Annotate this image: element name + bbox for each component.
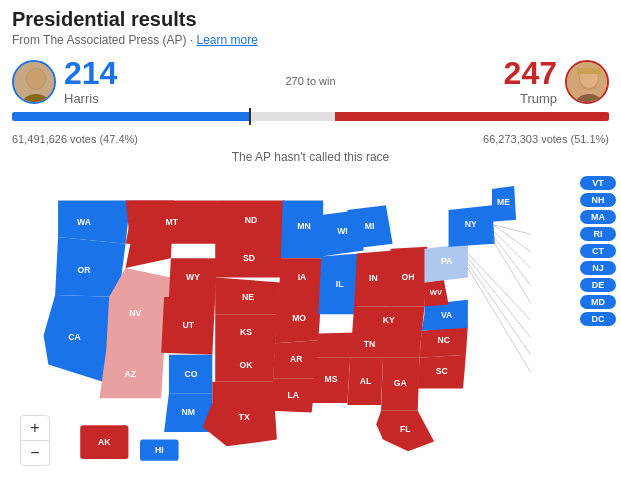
to-win-section: 270 to win [285,75,335,89]
svg-line-59 [468,268,531,372]
svg-point-3 [27,69,45,89]
state-MA-btn[interactable]: MA [580,210,616,224]
svg-text:IN: IN [369,273,378,283]
trump-votes: 247 Trump [504,57,557,106]
state-NJ-btn[interactable]: NJ [580,261,616,275]
svg-text:WI: WI [337,226,348,236]
svg-text:NY: NY [465,219,477,229]
svg-line-54 [492,234,531,285]
learn-more-link[interactable]: Learn more [197,33,258,47]
harris-bar [12,112,249,121]
svg-text:NM: NM [181,408,194,418]
trump-avatar [565,60,609,104]
svg-text:AK: AK [98,437,111,447]
svg-text:AZ: AZ [125,369,137,379]
progress-bar-section [0,112,621,130]
svg-text:HI: HI [155,445,164,455]
header-section: Presidential results From The Associated… [0,0,621,51]
svg-text:WA: WA [77,217,92,227]
svg-text:FL: FL [400,424,411,434]
trump-ev: 247 [504,57,557,89]
threshold-marker [249,108,251,125]
svg-text:ND: ND [245,215,258,225]
page-title: Presidential results [12,8,609,31]
svg-text:AR: AR [290,354,303,364]
svg-text:SD: SD [243,253,255,263]
svg-text:ME: ME [497,197,510,207]
zoom-out-button[interactable]: − [21,441,49,465]
svg-text:IL: IL [336,279,344,289]
zoom-controls: + − [20,415,50,466]
state-WA[interactable] [58,200,130,243]
harris-avatar [12,60,56,104]
svg-text:UT: UT [182,320,194,330]
svg-text:KY: KY [383,315,395,325]
svg-text:OR: OR [78,265,92,275]
source-text: From The Associated Press (AP) · [12,33,197,47]
svg-text:LA: LA [288,390,300,400]
svg-text:MN: MN [297,221,310,231]
svg-text:SC: SC [436,366,449,376]
state-DE-btn[interactable]: DE [580,278,616,292]
svg-text:OH: OH [402,272,415,282]
svg-line-57 [468,258,531,337]
svg-text:TN: TN [364,339,376,349]
svg-text:MT: MT [166,217,179,227]
svg-text:VA: VA [441,310,453,320]
state-CT-btn[interactable]: CT [580,244,616,258]
state-VT-btn[interactable]: VT [580,176,616,190]
harris-popular-votes: 61,491,626 votes (47.4%) [12,133,138,145]
svg-text:WV: WV [430,288,443,297]
svg-text:TX: TX [239,412,250,422]
svg-text:IA: IA [298,273,307,283]
trump-bar [335,112,609,121]
harris-name: Harris [64,91,117,106]
svg-text:NE: NE [242,292,254,302]
remaining-bar [249,112,334,121]
to-win-label: 270 to win [285,75,335,87]
state-NH-btn[interactable]: NH [580,193,616,207]
svg-text:NV: NV [129,308,141,318]
harris-votes: 214 Harris [64,57,117,106]
svg-text:KS: KS [240,327,252,337]
svg-text:GA: GA [394,378,408,388]
votes-row: 61,491,626 votes (47.4%) 66,273,303 vote… [0,130,621,148]
candidates-row: 214 Harris 270 to win 247 Trump [0,51,621,112]
svg-line-58 [468,263,531,355]
svg-text:MI: MI [365,221,375,231]
state-RI-btn[interactable]: RI [580,227,616,241]
svg-line-51 [493,225,531,235]
trump-popular-votes: 66,273,303 votes (51.1%) [483,133,609,145]
zoom-in-button[interactable]: + [21,416,49,440]
svg-text:MO: MO [292,313,306,323]
trump-candidate: 247 Trump [504,57,609,106]
svg-text:PA: PA [441,256,453,266]
svg-text:MS: MS [324,374,337,384]
small-states-panel: VT NH MA RI CT NJ DE MD DC [580,176,616,326]
ap-notice: The AP hasn't called this race [0,150,621,164]
svg-text:CO: CO [185,369,198,379]
svg-text:AL: AL [360,376,372,386]
svg-rect-8 [577,68,601,74]
harris-ev: 214 [64,57,117,89]
svg-text:WY: WY [186,273,200,283]
svg-text:OK: OK [240,360,254,370]
trump-name: Trump [504,91,557,106]
svg-text:CA: CA [68,332,81,342]
map-container[interactable]: WA OR CA ID NV AZ MT WY UT CO NM ND [0,166,621,496]
us-map: WA OR CA ID NV AZ MT WY UT CO NM ND [5,166,545,476]
state-MD-btn[interactable]: MD [580,295,616,309]
source-line: From The Associated Press (AP) · Learn m… [12,33,609,47]
svg-text:NC: NC [437,335,450,345]
harris-candidate: 214 Harris [12,57,117,106]
state-DC-btn[interactable]: DC [580,312,616,326]
svg-line-52 [493,225,531,252]
